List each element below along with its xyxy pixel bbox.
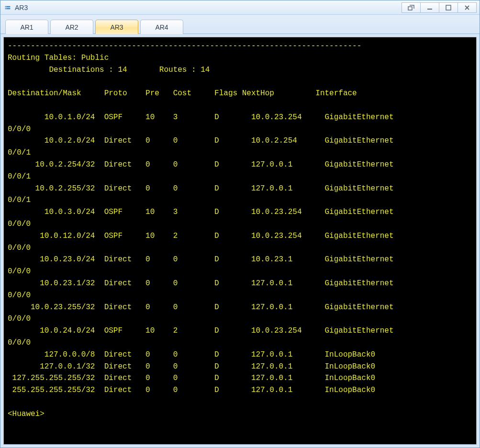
svg-rect-2 <box>427 9 432 10</box>
tab-router-ar3[interactable]: AR3 <box>95 20 138 34</box>
minimize-button[interactable] <box>420 2 439 13</box>
window-buttons <box>402 2 477 13</box>
title-bar: AR3 <box>0 0 480 15</box>
app-window: AR3 AR1AR2AR3AR4 -----------------------… <box>0 0 480 448</box>
tab-router-ar1[interactable]: AR1 <box>5 20 48 34</box>
window-title: AR3 <box>15 4 28 11</box>
tab-label: AR1 <box>20 23 33 31</box>
tab-label: AR2 <box>65 23 78 31</box>
svg-point-0 <box>6 6 6 7</box>
tab-strip: AR1AR2AR3AR4 <box>0 15 480 34</box>
terminal-output[interactable]: ----------------------------------------… <box>4 37 476 423</box>
app-icon <box>3 3 12 12</box>
tab-router-ar2[interactable]: AR2 <box>50 20 93 34</box>
tab-router-ar4[interactable]: AR4 <box>140 20 183 34</box>
tab-label: AR3 <box>110 23 123 31</box>
terminal-panel[interactable]: ----------------------------------------… <box>3 37 477 445</box>
tab-label: AR4 <box>155 23 168 31</box>
maximize-button[interactable] <box>439 2 458 13</box>
svg-rect-3 <box>446 5 451 10</box>
svg-point-1 <box>6 8 6 9</box>
close-button[interactable] <box>458 2 477 13</box>
restore-down-button[interactable] <box>402 2 421 13</box>
